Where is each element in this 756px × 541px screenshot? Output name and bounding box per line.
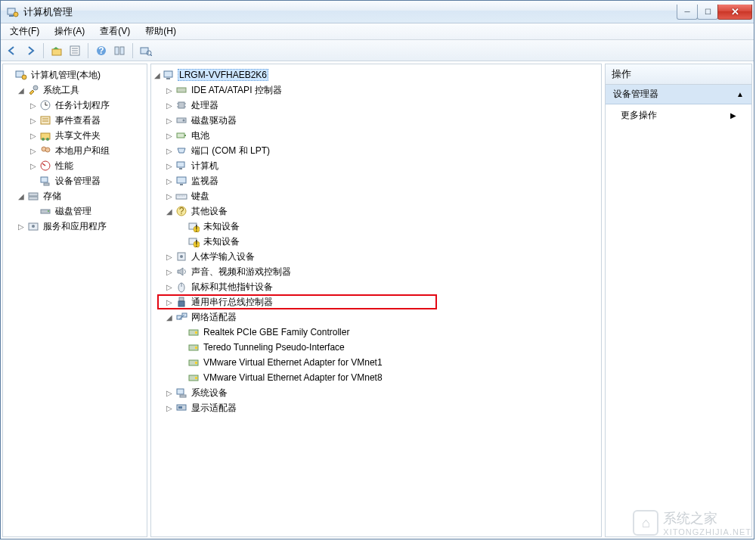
center-panel: ◢LRGM-VVFHAEB2K6 ▷IDE ATA/ATAPI 控制器 ▷处理器… [150,64,602,537]
nav-tree[interactable]: 计算机管理(本地) ◢系统工具 ▷任务计划程序 ▷事件查看器 ▷共享文件夹 ▷本… [3,64,147,237]
actions-section-label: 设备管理器 [613,88,658,101]
nav-shared-folders[interactable]: ▷共享文件夹 [5,128,145,143]
back-button[interactable] [4,42,20,59]
nav-task-scheduler[interactable]: ▷任务计划程序 [5,98,145,113]
hid-icon [175,250,187,263]
dev-net2[interactable]: Teredo Tunneling Pseudo-Interface [153,340,600,355]
monitor-icon [175,175,187,187]
actions-panel: 操作 设备管理器 ▲ 更多操作 ▶ [605,64,752,537]
scan-button[interactable] [138,42,154,59]
nic-icon [187,341,200,353]
menu-action[interactable]: 操作(A) [50,23,89,39]
svg-rect-83 [180,395,186,397]
svg-point-2 [14,12,18,17]
event-icon [39,114,51,126]
display-adapter-icon [175,402,187,414]
battery-icon [175,129,187,141]
other-icon: ? [175,205,187,217]
toolbar-separator [132,43,133,58]
system-dev-icon [175,387,187,399]
svg-rect-34 [29,197,38,200]
cat-cpu[interactable]: ▷处理器 [153,98,600,113]
actions-section[interactable]: 设备管理器 ▲ [606,85,751,104]
services-icon [27,220,39,232]
device-root[interactable]: ◢LRGM-VVFHAEB2K6 [153,67,600,82]
svg-rect-75 [195,331,197,334]
cat-display[interactable]: ▷显示适配器 [153,400,600,415]
svg-point-25 [42,138,45,141]
svg-rect-21 [41,117,50,124]
cat-battery[interactable]: ▷电池 [153,128,600,143]
nic-icon [187,372,200,384]
nav-disk-management[interactable]: 磁盘管理 [5,204,145,219]
menu-file[interactable]: 文件(F) [5,23,44,39]
action-more[interactable]: 更多操作 ▶ [606,104,751,126]
toolbar-separator [88,43,88,58]
nic-icon [187,356,200,368]
cat-computer[interactable]: ▷计算机 [153,158,600,173]
nav-performance[interactable]: ▷性能 [5,158,145,173]
dev-net1[interactable]: Realtek PCIe GBE Family Controller [153,325,600,340]
forward-button[interactable] [22,42,39,59]
cat-system-devices[interactable]: ▷系统设备 [153,385,600,400]
svg-rect-85 [178,406,182,409]
svg-rect-50 [184,135,186,136]
cat-network[interactable]: ◢网络适配器 [153,309,600,325]
minimize-button[interactable]: ─ [677,5,698,20]
svg-rect-49 [177,133,184,138]
svg-point-26 [46,138,49,141]
svg-rect-33 [29,193,38,196]
nav-local-users[interactable]: ▷本地用户和组 [5,143,145,158]
action-more-label: 更多操作 [621,109,657,122]
mouse-icon [175,281,187,293]
cat-disk-drives[interactable]: ▷磁盘驱动器 [153,113,600,128]
cat-mouse[interactable]: ▷鼠标和其他指针设备 [153,279,600,294]
maximize-button[interactable]: ☐ [697,5,718,20]
computer-icon [175,160,187,172]
svg-rect-82 [177,389,184,394]
usb-icon [175,296,187,308]
chevron-right-icon: ▶ [730,111,736,120]
properties-button[interactable] [67,42,83,59]
nic-icon [187,326,200,338]
unknown-device-icon: ! [187,220,200,232]
nav-storage[interactable]: ◢存储 [5,188,145,204]
help-button[interactable]: ? [93,42,110,59]
cat-ide[interactable]: ▷IDE ATA/ATAPI 控制器 [153,82,600,98]
svg-text:?: ? [179,206,184,216]
cat-other-devices[interactable]: ◢?其他设备 [153,204,600,219]
titlebar: 计算机管理 ─ ☐ ✕ [1,1,754,23]
nav-root[interactable]: 计算机管理(本地) [5,67,145,82]
nav-device-manager[interactable]: 设备管理器 [5,173,145,188]
users-icon [39,145,51,157]
close-button[interactable]: ✕ [717,5,752,20]
dev-unknown1[interactable]: !未知设备 [153,219,600,234]
dev-unknown2[interactable]: !未知设备 [153,234,600,249]
cat-hid[interactable]: ▷人体学输入设备 [153,249,600,264]
nav-event-viewer[interactable]: ▷事件查看器 [5,113,145,128]
up-button[interactable] [48,42,65,59]
dev-net3[interactable]: VMware Virtual Ethernet Adapter for VMne… [153,355,600,370]
dev-net4[interactable]: VMware Virtual Ethernet Adapter for VMne… [153,370,600,385]
svg-rect-40 [166,78,170,79]
nav-services-apps[interactable]: ▷服务和应用程序 [5,219,145,234]
menu-help[interactable]: 帮助(H) [141,23,181,39]
cat-usb[interactable]: ▷通用串行总线控制器 [153,294,600,309]
device-mgr-icon [39,175,51,187]
view-button[interactable] [111,42,128,59]
svg-point-17 [33,86,38,90]
collapse-icon: ▲ [736,90,744,98]
cat-monitor[interactable]: ▷监视器 [153,173,600,188]
cat-ports[interactable]: ▷端口 (COM 和 LPT) [153,143,600,158]
svg-text:?: ? [98,45,104,56]
menu-view[interactable]: 查看(V) [95,23,135,39]
nav-system-tools[interactable]: ◢系统工具 [5,82,145,98]
cat-keyboard[interactable]: ▷键盘 [153,188,600,204]
storage-icon [27,190,39,202]
ide-icon [175,84,187,96]
keyboard-icon [175,190,187,202]
svg-rect-69 [179,297,184,301]
left-panel: 计算机管理(本地) ◢系统工具 ▷任务计划程序 ▷事件查看器 ▷共享文件夹 ▷本… [2,64,147,537]
device-tree[interactable]: ◢LRGM-VVFHAEB2K6 ▷IDE ATA/ATAPI 控制器 ▷处理器… [151,64,601,418]
cat-sound[interactable]: ▷声音、视频和游戏控制器 [153,264,600,279]
